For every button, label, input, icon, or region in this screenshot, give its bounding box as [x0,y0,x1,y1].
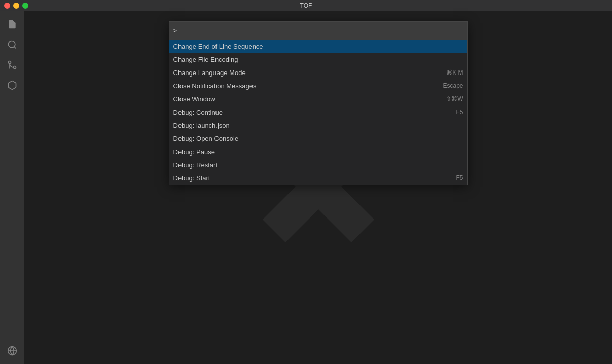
command-item[interactable]: Change Language Mode⌘K M [169,66,467,79]
command-item-label: Change End of Line Sequence [173,43,263,50]
command-item-shortcut: F5 [456,174,463,181]
command-palette-overlay: > Change End of Line SequenceChange File… [24,11,612,364]
command-item-label: Close Notification Messages [173,82,257,90]
command-item-label: Debug: Start [173,174,210,182]
editor-area: > Change End of Line SequenceChange File… [24,11,612,364]
command-list-container: Change End of Line SequenceChange File E… [169,40,467,185]
command-item-label: Close Window [173,95,215,103]
title-bar: TOF [0,0,612,11]
command-prompt: > [173,27,177,34]
activity-bar [0,11,24,364]
files-icon[interactable] [3,15,21,33]
main-layout: > Change End of Line SequenceChange File… [0,11,612,364]
command-item-label: Debug: Pause [173,148,215,156]
source-control-icon[interactable] [3,56,21,74]
command-item[interactable]: Debug: StartF5 [169,171,467,185]
command-input[interactable] [179,27,463,34]
close-button[interactable] [4,3,10,9]
command-item-label: Change Language Mode [173,69,246,77]
extensions-icon[interactable] [3,76,21,94]
command-item-label: Change File Encoding [173,56,238,63]
command-item[interactable]: Close Window⇧⌘W [169,92,467,105]
svg-point-2 [14,66,16,69]
svg-point-0 [9,41,15,48]
command-item[interactable]: Debug: Pause [169,145,467,158]
command-item[interactable]: Debug: ContinueF5 [169,105,467,119]
command-input-row[interactable]: > [169,22,467,40]
command-item-shortcut: F5 [456,108,463,116]
command-item[interactable]: Debug: Restart [169,158,467,171]
command-item-label: Debug: Restart [173,161,218,169]
svg-point-3 [9,61,11,64]
command-item[interactable]: Change End of Line Sequence [169,40,467,53]
command-item-shortcut: ⌘K M [446,69,463,76]
remote-icon[interactable] [3,342,21,360]
command-item-label: Debug: launch.json [173,122,230,129]
command-palette[interactable]: > Change End of Line SequenceChange File… [169,21,468,185]
command-item[interactable]: Change File Encoding [169,53,467,66]
command-item-shortcut: Escape [443,82,463,89]
search-icon[interactable] [3,35,21,54]
window-controls[interactable] [4,3,28,9]
command-item-label: Debug: Open Console [173,135,239,142]
command-item[interactable]: Debug: Open Console [169,132,467,145]
command-item-shortcut: ⇧⌘W [446,95,463,102]
svg-line-1 [14,47,16,49]
command-item-label: Debug: Continue [173,108,223,116]
maximize-button[interactable] [22,3,28,9]
window-title: TOF [300,2,312,9]
command-list: Change End of Line SequenceChange File E… [169,40,467,185]
command-item[interactable]: Debug: launch.json [169,119,467,132]
minimize-button[interactable] [13,3,19,9]
command-item[interactable]: Close Notification MessagesEscape [169,79,467,92]
